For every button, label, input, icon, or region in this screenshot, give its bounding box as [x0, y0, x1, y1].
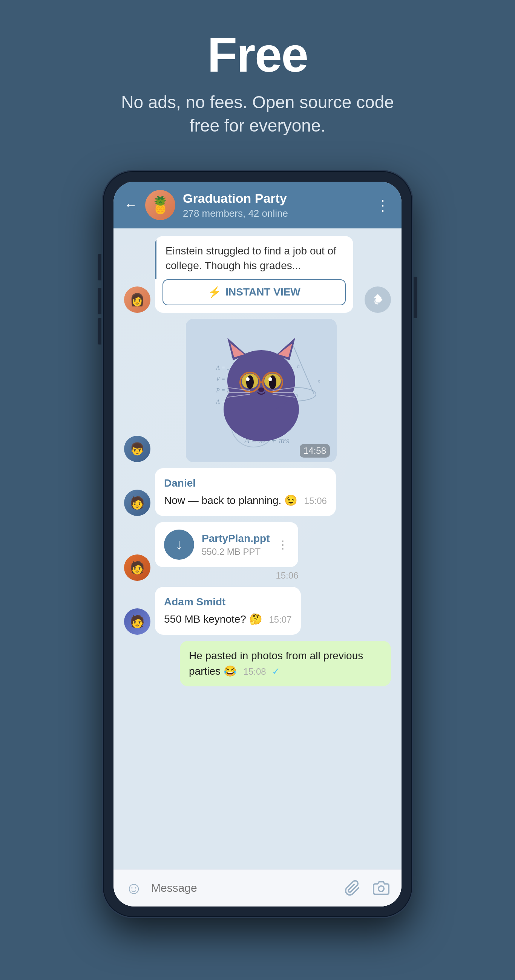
hero-subtitle: No ads, no fees. Open source code free f…	[107, 91, 408, 137]
paperclip-icon	[344, 880, 361, 896]
message-input[interactable]	[151, 877, 335, 900]
daniel-name: Daniel	[164, 476, 327, 491]
sent-tick-icon: ✓	[272, 666, 280, 677]
lightning-icon: ⚡	[208, 286, 221, 299]
emoji-button[interactable]: ☺	[123, 877, 145, 899]
self-bubble: He pasted in photos from all previous pa…	[180, 641, 391, 686]
file-bubble: ↓ PartyPlan.ppt 550.2 MB PPT ⋮	[155, 522, 298, 567]
self-message-row: He pasted in photos from all previous pa…	[124, 641, 391, 686]
camera-button[interactable]	[370, 877, 392, 899]
svg-text:s: s	[318, 379, 320, 384]
input-bar: ☺	[113, 869, 402, 907]
sticker-sender-avatar: 👦	[124, 436, 150, 462]
adam-avatar: 🧑	[124, 608, 150, 635]
phone-shell: ← 🍍 Graduation Party 278 members, 42 onl…	[103, 171, 412, 917]
adam-message-row: 🧑 Adam Smidt 550 MB keynote? 🤔 15:07	[124, 587, 391, 635]
file-more-button[interactable]: ⋮	[277, 538, 289, 551]
sticker-background: l = πr² A = ... V = l³ P = 2πr A = πr³ s…	[186, 319, 337, 462]
daniel-text: Now — back to planning. 😉 15:06	[164, 493, 327, 509]
cat-sticker-svg	[209, 326, 314, 443]
sticker-message-row: 👦	[124, 319, 391, 462]
daniel-bubble: Daniel Now — back to planning. 😉 15:06	[155, 468, 336, 516]
forward-button[interactable]	[365, 286, 391, 313]
daniel-avatar: 🧑	[124, 490, 150, 516]
download-icon: ↓	[176, 536, 183, 552]
adam-name: Adam Smidt	[164, 594, 292, 610]
file-name: PartyPlan.ppt	[202, 532, 269, 545]
self-text: He pasted in photos from all previous pa…	[189, 648, 382, 679]
adam-time: 15:07	[269, 614, 292, 625]
more-button[interactable]: ⋮	[375, 196, 391, 214]
adam-text: 550 MB keynote? 🤔 15:07	[164, 612, 292, 627]
chat-info: Graduation Party 278 members, 42 online	[183, 191, 368, 220]
hero-section: Free No ads, no fees. Open source code f…	[0, 0, 515, 160]
sticker-time: 14:58	[300, 444, 330, 458]
attach-button[interactable]	[341, 877, 364, 899]
daniel-time: 15:06	[304, 496, 327, 506]
chat-name: Graduation Party	[183, 191, 368, 206]
file-time: 15:06	[155, 570, 298, 581]
self-time: 15:08	[244, 667, 266, 676]
article-message-row: 👩 Einstein struggled to find a job out o…	[124, 236, 391, 312]
chat-avatar: 🍍	[145, 190, 175, 220]
chat-header: ← 🍍 Graduation Party 278 members, 42 onl…	[113, 182, 402, 228]
camera-icon	[373, 880, 389, 896]
file-message-row: 🧑 ↓ PartyPlan.ppt 550.2 MB PPT ⋮	[124, 522, 391, 581]
phone-wrapper: ← 🍍 Graduation Party 278 members, 42 onl…	[103, 171, 412, 917]
svg-point-26	[246, 377, 250, 381]
instant-view-label: INSTANT VIEW	[225, 286, 300, 298]
svg-point-17	[227, 350, 295, 412]
svg-point-27	[268, 377, 272, 381]
article-sender-avatar: 👩	[124, 286, 150, 313]
phone-screen: ← 🍍 Graduation Party 278 members, 42 onl…	[113, 182, 402, 907]
messages-area: 👩 Einstein struggled to find a job out o…	[113, 228, 402, 869]
back-button[interactable]: ←	[124, 197, 138, 213]
daniel-message-row: 🧑 Daniel Now — back to planning. 😉 15:06	[124, 468, 391, 516]
chat-meta: 278 members, 42 online	[183, 208, 368, 220]
sticker-container: l = πr² A = ... V = l³ P = 2πr A = πr³ s…	[186, 319, 337, 462]
bottom-space	[0, 917, 515, 980]
file-sender-avatar: 🧑	[124, 554, 150, 581]
hero-title: Free	[207, 30, 308, 79]
file-download-button[interactable]: ↓	[164, 530, 194, 560]
file-size: 550.2 MB PPT	[202, 547, 269, 557]
article-text: Einstein struggled to find a job out of …	[155, 236, 353, 279]
emoji-icon: ☺	[126, 878, 142, 897]
article-bubble: Einstein struggled to find a job out of …	[155, 236, 353, 312]
svg-point-38	[378, 886, 384, 892]
adam-bubble: Adam Smidt 550 MB keynote? 🤔 15:07	[155, 587, 301, 635]
instant-view-button[interactable]: ⚡ INSTANT VIEW	[163, 279, 346, 305]
svg-point-31	[258, 388, 264, 392]
file-info: PartyPlan.ppt 550.2 MB PPT	[202, 532, 269, 557]
